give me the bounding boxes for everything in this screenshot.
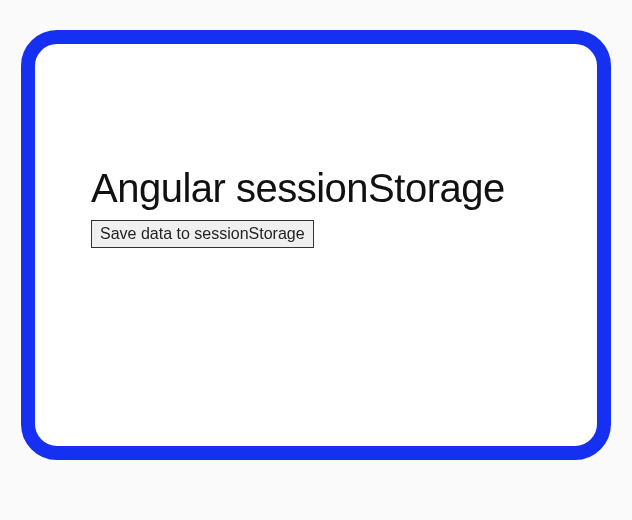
card-content: Angular sessionStorage Save data to sess…	[91, 166, 547, 248]
demo-card: Angular sessionStorage Save data to sess…	[21, 30, 611, 460]
save-button[interactable]: Save data to sessionStorage	[91, 220, 314, 248]
page-title: Angular sessionStorage	[91, 166, 547, 210]
